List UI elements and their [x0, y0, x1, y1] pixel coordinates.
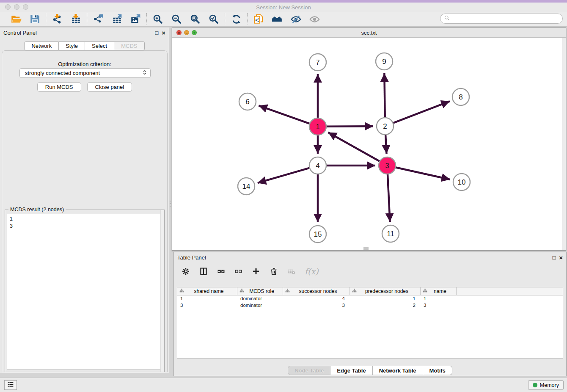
tab-edge-table[interactable]: Edge Table — [330, 366, 372, 375]
function-builder-icon: f(x) — [305, 267, 319, 276]
duplicate-network-icon[interactable] — [253, 13, 264, 25]
import-table-icon[interactable] — [70, 13, 82, 25]
float-icon[interactable]: □ — [552, 255, 556, 260]
memory-button[interactable]: Memory — [528, 380, 564, 390]
graph-edge-4-14[interactable] — [258, 168, 309, 183]
tab-network-table[interactable]: Network Table — [373, 366, 423, 375]
table-cell[interactable]: 3 — [421, 302, 457, 309]
export-image-icon[interactable] — [129, 13, 141, 25]
table-cell[interactable]: dominator — [237, 302, 283, 309]
table-cell[interactable]: dominator — [237, 295, 283, 302]
table-cell[interactable]: 2 — [350, 302, 421, 309]
network-minimize-button[interactable]: – — [184, 30, 189, 35]
tab-select[interactable]: Select — [85, 41, 114, 50]
zoom-selected-icon[interactable] — [208, 13, 220, 25]
graph-node-1[interactable]: 1 — [309, 118, 326, 135]
tree-icon — [285, 288, 290, 294]
network-zoom-button[interactable]: + — [192, 30, 197, 35]
tab-mcds[interactable]: MCDS — [114, 41, 144, 50]
zoom-fit-icon[interactable] — [189, 13, 201, 25]
create-column-icon[interactable] — [252, 267, 260, 276]
table-options-gear-icon[interactable] — [182, 267, 190, 276]
graph-node-4[interactable]: 4 — [309, 157, 326, 174]
window-title: Session: New Session — [0, 4, 567, 11]
tab-node-table[interactable]: Node Table — [288, 366, 330, 375]
table-row[interactable]: 1dominator411 — [177, 295, 563, 302]
table-cell[interactable]: 1 — [177, 295, 237, 302]
table-row[interactable]: 3dominator323 — [177, 302, 563, 309]
graph-node-15[interactable]: 15 — [309, 226, 326, 243]
graph-node-6[interactable]: 6 — [239, 93, 256, 110]
save-session-icon[interactable] — [29, 13, 41, 25]
close-icon[interactable]: × — [162, 30, 165, 36]
tab-network[interactable]: Network — [24, 41, 59, 50]
show-column-icon[interactable] — [199, 267, 208, 276]
export-network-icon[interactable] — [92, 13, 104, 25]
network-vertical-scrollbar[interactable] — [562, 38, 566, 250]
column-header-shared-name[interactable]: shared name — [177, 287, 237, 295]
search-input[interactable] — [452, 14, 562, 23]
apply-layout-icon[interactable] — [230, 13, 242, 25]
table-panel-header: Table Panel □ × — [174, 252, 566, 262]
tree-icon — [423, 288, 427, 294]
zoom-out-icon[interactable] — [171, 13, 182, 25]
float-icon[interactable]: □ — [155, 30, 158, 36]
window-zoom-button[interactable] — [23, 4, 28, 10]
graph-node-14[interactable]: 14 — [238, 178, 255, 195]
tab-style[interactable]: Style — [59, 41, 85, 50]
task-history-button[interactable] — [4, 380, 17, 390]
select-all-rows-icon[interactable] — [217, 268, 225, 276]
table-cell[interactable]: 1 — [421, 295, 457, 302]
mcds-result-text: 1 3 — [7, 214, 162, 370]
graph-node-11[interactable]: 11 — [382, 225, 399, 242]
window-minimize-button[interactable] — [14, 4, 19, 10]
control-panel-header: Control Panel □ × — [0, 28, 169, 38]
close-icon[interactable]: × — [559, 254, 563, 261]
graph-edge-2-3[interactable] — [385, 135, 386, 154]
window-close-button[interactable] — [5, 4, 11, 10]
column-header-successor-nodes[interactable]: successor nodes — [283, 287, 350, 295]
column-header-MCDS-role[interactable]: MCDS role — [237, 287, 283, 295]
table-cell[interactable]: 4 — [283, 295, 350, 302]
graph-edge-1-2[interactable] — [327, 126, 373, 127]
graph-edge-2-8[interactable] — [394, 101, 450, 123]
optimization-criterion-select[interactable]: strongly connected component — [19, 68, 151, 78]
table-cell[interactable]: 3 — [177, 302, 237, 309]
delete-columns-icon[interactable] — [270, 267, 278, 276]
column-header-predecessor-nodes[interactable]: predecessor nodes — [350, 287, 421, 295]
node-table-body: 1dominator4113dominator323 — [177, 295, 563, 309]
tab-motifs[interactable]: Motifs — [423, 366, 452, 375]
graph-edge-3-10[interactable] — [396, 168, 450, 179]
graph-node-2[interactable]: 2 — [377, 118, 394, 135]
graph-edge-3-1[interactable] — [328, 133, 379, 161]
import-network-icon[interactable] — [51, 13, 63, 25]
graph-node-3[interactable]: 3 — [379, 157, 396, 174]
first-neighbors-icon[interactable] — [271, 13, 283, 25]
result-scrollbar[interactable] — [160, 210, 164, 372]
table-cell[interactable]: 3 — [283, 302, 350, 309]
network-canvas[interactable]: 7968124314101511 — [172, 38, 566, 250]
zoom-in-icon[interactable] — [152, 13, 164, 25]
graph-node-9[interactable]: 9 — [376, 53, 393, 70]
graph-node-7[interactable]: 7 — [309, 54, 326, 71]
graph-edge-1-6[interactable] — [259, 105, 309, 124]
open-session-icon[interactable] — [10, 13, 22, 25]
column-header-name[interactable]: name — [421, 287, 457, 295]
deselect-all-rows-icon[interactable] — [234, 268, 242, 276]
svg-text:4: 4 — [316, 162, 319, 170]
network-horizontal-scroll-thumb[interactable] — [363, 247, 369, 250]
node-table-header: shared nameMCDS rolesuccessor nodesprede… — [177, 287, 563, 295]
network-close-button[interactable]: × — [176, 30, 182, 35]
panel-splitter[interactable] — [169, 198, 171, 209]
hide-selected-icon[interactable] — [290, 13, 302, 25]
graph-edge-3-11[interactable] — [388, 174, 390, 222]
status-bar: Memory — [0, 378, 567, 392]
table-cell[interactable]: 1 — [350, 295, 421, 302]
close-panel-button[interactable]: Close panel — [87, 82, 132, 92]
export-table-icon[interactable] — [111, 13, 123, 25]
run-mcds-button[interactable]: Run MCDS — [37, 82, 81, 92]
graph-edge-2-9[interactable] — [384, 73, 385, 117]
graph-node-10[interactable]: 10 — [453, 174, 470, 190]
memory-label: Memory — [540, 382, 559, 388]
graph-node-8[interactable]: 8 — [452, 88, 469, 105]
